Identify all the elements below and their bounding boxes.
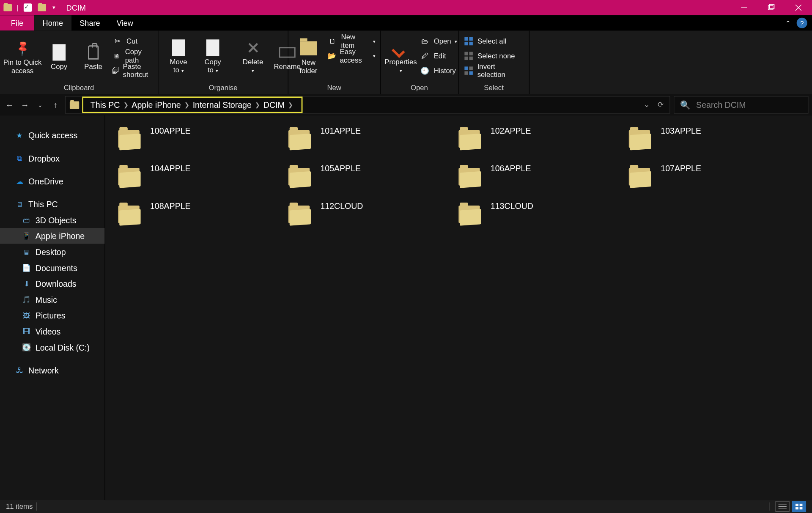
nav-child-item[interactable]: 📄Documents <box>0 260 104 276</box>
chevron-down-icon: ▾ <box>373 38 376 44</box>
address-dropdown-icon[interactable]: ⌄ <box>644 101 650 109</box>
folder-icon <box>458 165 482 189</box>
nav-child-item[interactable]: 🎵Music <box>0 291 104 307</box>
back-button[interactable]: ← <box>3 99 15 111</box>
ribbon-collapse-icon[interactable]: ⌃ <box>785 19 791 27</box>
folder-item[interactable]: 113CLOUD <box>458 201 628 230</box>
nav-child-label: Local Disk (C:) <box>36 343 90 352</box>
breadcrumb-item[interactable]: Internal Storage <box>189 100 255 110</box>
tab-view[interactable]: View <box>108 15 141 30</box>
nav-quick-access[interactable]: ★Quick access <box>0 127 104 143</box>
copy-button[interactable]: Copy <box>44 33 74 81</box>
folder-item[interactable]: 101APPLE <box>288 126 458 154</box>
file-menu[interactable]: File <box>0 15 34 30</box>
address-bar[interactable]: This PC ❯ Apple iPhone ❯ Internal Storag… <box>65 96 670 114</box>
move-to-button[interactable]: Move to ▾ <box>163 33 194 81</box>
group-label-select: Select <box>458 84 529 94</box>
qat-properties-icon[interactable] <box>22 2 33 14</box>
new-item-button[interactable]: 🗋New item▾ <box>327 35 375 48</box>
svg-rect-9 <box>800 504 803 506</box>
folder-item[interactable]: 108APPLE <box>118 201 288 230</box>
copy-to-button[interactable]: Copy to ▾ <box>198 33 228 81</box>
folder-item[interactable]: 102APPLE <box>458 126 628 154</box>
cut-button[interactable]: ✂Cut <box>112 35 153 48</box>
chevron-right-icon[interactable]: ❯ <box>123 102 128 108</box>
tab-share[interactable]: Share <box>71 15 109 30</box>
qat-newfolder-icon[interactable] <box>37 2 47 14</box>
nav-child-item[interactable]: ⬇Downloads <box>0 276 104 292</box>
folder-item[interactable]: 112CLOUD <box>288 201 458 230</box>
open-button[interactable]: 🗁Open▾ <box>420 35 457 48</box>
navigation-bar: ← → ⌄ ↑ This PC ❯ Apple iPhone ❯ Interna… <box>0 94 812 115</box>
chevron-right-icon[interactable]: ❯ <box>288 102 293 108</box>
edit-button[interactable]: 🖉Edit <box>420 49 457 63</box>
tab-home[interactable]: Home <box>34 15 71 30</box>
breadcrumb-item[interactable]: DCIM <box>260 100 288 110</box>
history-icon: 🕘 <box>420 66 430 76</box>
folder-item[interactable]: 107APPLE <box>629 164 799 192</box>
properties-button[interactable]: Properties▾ <box>385 33 416 81</box>
delete-icon <box>244 39 263 57</box>
nav-child-item[interactable]: 💽Local Disk (C:) <box>0 339 104 355</box>
group-label-new: New <box>288 84 380 94</box>
nav-this-pc[interactable]: 🖥This PC <box>0 196 104 212</box>
folder-icon <box>288 203 312 226</box>
close-button[interactable] <box>785 0 812 15</box>
recent-locations-dropdown[interactable]: ⌄ <box>34 99 46 111</box>
minimize-button[interactable] <box>730 0 757 15</box>
help-icon[interactable]: ? <box>797 18 807 28</box>
chevron-down-icon: ▾ <box>252 69 254 74</box>
nav-child-item[interactable]: 🖼Pictures <box>0 307 104 324</box>
details-view-button[interactable] <box>775 501 790 512</box>
folder-item[interactable]: 106APPLE <box>458 164 628 192</box>
easy-access-button[interactable]: 📂Easy access▾ <box>327 49 375 63</box>
folder-name: 104APPLE <box>150 164 191 173</box>
invert-selection-icon <box>464 66 474 76</box>
nav-network[interactable]: 🖧Network <box>0 362 104 378</box>
folder-name: 103APPLE <box>661 126 701 135</box>
thumbnails-view-button[interactable] <box>792 501 806 512</box>
new-folder-icon <box>299 39 318 57</box>
nav-child-item[interactable]: 📱Apple iPhone <box>0 228 104 244</box>
new-folder-button[interactable]: New folder <box>293 33 324 81</box>
forward-button[interactable]: → <box>19 99 31 111</box>
pin-icon: 📌 <box>9 36 35 61</box>
properties-icon <box>391 39 410 57</box>
nav-child-item[interactable]: 🗃3D Objects <box>0 212 104 228</box>
qat-folder-icon[interactable] <box>3 2 13 14</box>
paste-button[interactable]: Paste <box>78 33 109 81</box>
folder-item[interactable]: 100APPLE <box>118 126 288 154</box>
nav-child-item[interactable]: 🎞Videos <box>0 324 104 340</box>
breadcrumb-item[interactable]: This PC <box>87 100 123 110</box>
nav-dropbox[interactable]: ⧉Dropbox <box>0 150 104 166</box>
chevron-right-icon[interactable]: ❯ <box>184 102 189 108</box>
breadcrumb-item[interactable]: Apple iPhone <box>128 100 184 110</box>
delete-button[interactable]: Delete ▾ <box>238 33 269 81</box>
chevron-right-icon[interactable]: ❯ <box>255 102 260 108</box>
folder-name: 112CLOUD <box>320 201 363 211</box>
paste-shortcut-button[interactable]: 🗐Paste shortcut <box>112 64 153 77</box>
invert-selection-button[interactable]: Invert selection <box>464 64 524 77</box>
paste-shortcut-icon: 🗐 <box>112 66 119 76</box>
content-pane[interactable]: 100APPLE101APPLE102APPLE103APPLE104APPLE… <box>105 115 812 500</box>
search-placeholder: Search DCIM <box>696 100 746 110</box>
history-button[interactable]: 🕘History <box>420 64 457 77</box>
copy-path-button[interactable]: 🗎Copy path <box>112 49 153 63</box>
folder-item[interactable]: 105APPLE <box>288 164 458 192</box>
group-label-open: Open <box>381 84 458 94</box>
search-input[interactable]: 🔍 Search DCIM <box>674 96 809 114</box>
nav-child-item[interactable]: 🖥Desktop <box>0 244 104 260</box>
up-button[interactable]: ↑ <box>49 99 61 111</box>
maximize-button[interactable] <box>757 0 785 15</box>
folder-item[interactable]: 103APPLE <box>629 126 799 154</box>
select-none-button[interactable]: Select none <box>464 49 524 63</box>
folder-name: 106APPLE <box>491 164 531 173</box>
pin-to-quick-access-button[interactable]: 📌 Pin to Quick access <box>5 33 40 81</box>
folder-item[interactable]: 104APPLE <box>118 164 288 192</box>
folder-icon <box>118 203 142 226</box>
refresh-icon[interactable]: ⟳ <box>658 101 664 109</box>
select-all-button[interactable]: Select all <box>464 35 524 48</box>
qat-customize-dropdown[interactable]: ▾ <box>51 5 57 11</box>
nav-onedrive[interactable]: ☁OneDrive <box>0 173 104 189</box>
svg-rect-1 <box>768 5 773 10</box>
